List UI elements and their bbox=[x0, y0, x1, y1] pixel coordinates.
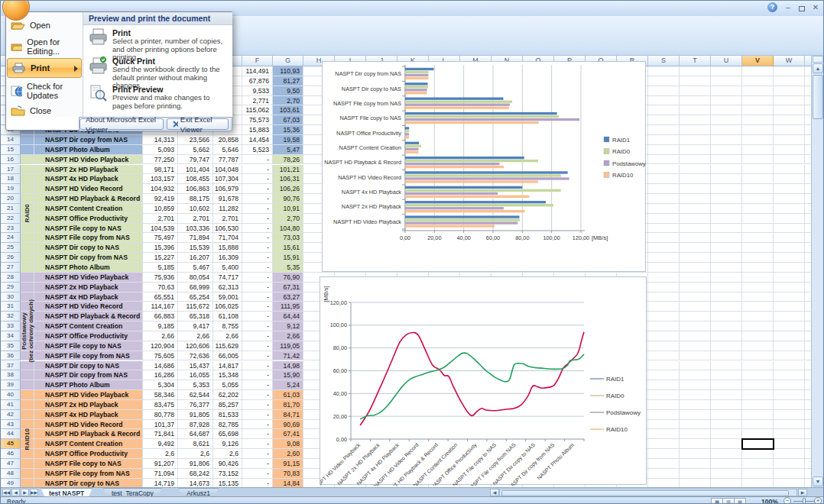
cell[interactable]: 66,005 bbox=[213, 351, 242, 361]
cell[interactable]: 120,904 bbox=[143, 341, 178, 351]
cell[interactable]: NASPT HD Video Playback bbox=[34, 390, 143, 400]
first-sheet-icon[interactable]: ◀◀ bbox=[2, 489, 11, 496]
cell[interactable]: 14,98 bbox=[273, 361, 303, 371]
row-header[interactable]: 33 bbox=[1, 321, 21, 331]
cell[interactable]: 15,61 bbox=[273, 243, 303, 253]
cell[interactable]: 104,932 bbox=[143, 184, 178, 194]
cell[interactable]: 15,90 bbox=[273, 370, 303, 380]
cell[interactable]: 67,31 bbox=[273, 283, 303, 292]
cell[interactable] bbox=[21, 233, 34, 243]
cell[interactable]: 67,03 bbox=[273, 115, 303, 125]
cell[interactable]: 110,93 bbox=[273, 66, 303, 76]
cell[interactable]: 71,42 bbox=[273, 351, 303, 361]
cell[interactable]: 2,701 bbox=[178, 214, 213, 224]
row-header[interactable]: 37 bbox=[1, 361, 21, 371]
cell[interactable] bbox=[21, 479, 34, 487]
cell[interactable] bbox=[21, 165, 34, 175]
page-layout-view-button[interactable]: ▥ bbox=[722, 498, 735, 504]
cell[interactable] bbox=[21, 351, 34, 361]
cell[interactable]: NASPT Photo Album bbox=[34, 380, 143, 390]
row-header[interactable]: 22 bbox=[1, 214, 21, 224]
exit-excel-viewer-button[interactable]: Exit Excel Viewer bbox=[167, 118, 229, 130]
cell[interactable]: 91,15 bbox=[273, 459, 303, 469]
row-header[interactable]: 23 bbox=[1, 224, 21, 234]
cell[interactable]: 115,672 bbox=[178, 302, 213, 312]
cell[interactable]: 78,26 bbox=[273, 155, 303, 165]
cell[interactable]: 67,41 bbox=[273, 429, 303, 439]
cell[interactable]: 19,58 bbox=[273, 135, 303, 145]
close-button[interactable]: ✕ bbox=[811, 2, 820, 12]
cell[interactable]: 106,025 bbox=[213, 302, 242, 312]
cell[interactable]: NASPT Dir copy from NAS bbox=[34, 253, 143, 263]
cell[interactable]: 10,91 bbox=[273, 204, 303, 214]
cell[interactable]: 64,687 bbox=[178, 429, 213, 439]
cell[interactable]: NASPT HD Playback & Record bbox=[34, 429, 143, 439]
cell[interactable] bbox=[21, 331, 34, 341]
cell[interactable]: - bbox=[242, 283, 273, 292]
prev-sheet-icon[interactable]: ◀ bbox=[11, 489, 20, 496]
cell[interactable]: - bbox=[242, 243, 273, 253]
cell[interactable]: 10,602 bbox=[178, 204, 213, 214]
cell[interactable] bbox=[21, 292, 34, 302]
cell[interactable] bbox=[21, 361, 34, 371]
cell[interactable]: - bbox=[242, 469, 273, 479]
cell[interactable]: 9,50 bbox=[273, 86, 303, 96]
cell[interactable]: 67,876 bbox=[242, 76, 273, 86]
row-header[interactable]: 19 bbox=[1, 184, 21, 194]
column-header[interactable]: G bbox=[273, 56, 303, 66]
cell[interactable]: NASPT HD Video Record bbox=[34, 302, 143, 312]
cell[interactable]: 91,806 bbox=[178, 459, 213, 469]
zoom-slider-thumb[interactable] bbox=[803, 498, 806, 504]
cell[interactable]: NASPT Content Creation bbox=[34, 204, 143, 214]
column-header[interactable]: U bbox=[711, 56, 742, 66]
zoom-in-icon[interactable]: + bbox=[814, 497, 822, 504]
cell[interactable]: 5,304 bbox=[143, 380, 178, 390]
column-header[interactable]: W bbox=[774, 56, 805, 66]
cell[interactable]: 15,883 bbox=[242, 125, 273, 135]
row-header[interactable]: 42 bbox=[1, 410, 21, 420]
cell[interactable]: - bbox=[242, 459, 273, 469]
cell[interactable]: 62,544 bbox=[178, 390, 213, 400]
cell[interactable]: 120,606 bbox=[178, 341, 213, 351]
about-excel-viewer-button[interactable]: About Microsoft Excel Viewer bbox=[79, 118, 164, 130]
cell[interactable]: - bbox=[242, 292, 273, 302]
row-header[interactable]: 41 bbox=[1, 400, 21, 410]
cell[interactable]: 2,771 bbox=[242, 96, 273, 106]
cell[interactable]: NASPT Dir copy to NAS bbox=[34, 361, 143, 371]
split-handle[interactable] bbox=[813, 56, 823, 63]
cell[interactable]: NASPT HD Video Record bbox=[34, 184, 143, 194]
cell[interactable]: 58,346 bbox=[143, 390, 178, 400]
cell[interactable]: 103,157 bbox=[143, 174, 178, 184]
cell[interactable]: 108,455 bbox=[178, 174, 213, 184]
row-header[interactable]: 25 bbox=[1, 243, 21, 253]
cell[interactable]: 15,539 bbox=[178, 243, 213, 253]
submenu-item-print-preview[interactable]: Print Preview Preview and make changes t… bbox=[88, 85, 229, 110]
cell[interactable]: 14,84 bbox=[273, 479, 303, 487]
cell[interactable]: 9,417 bbox=[178, 321, 213, 331]
cell[interactable]: - bbox=[242, 194, 273, 204]
row-header[interactable]: 49 bbox=[1, 479, 21, 487]
cell[interactable]: 2,701 bbox=[213, 214, 242, 224]
cell[interactable]: 111,95 bbox=[273, 302, 303, 312]
cell[interactable] bbox=[21, 145, 34, 155]
cell[interactable]: - bbox=[242, 214, 273, 224]
cell[interactable]: 9,08 bbox=[273, 439, 303, 449]
cell[interactable]: 104,539 bbox=[143, 224, 178, 234]
scroll-down-icon[interactable]: ▼ bbox=[813, 477, 823, 486]
cell[interactable]: 5,353 bbox=[178, 380, 213, 390]
cell[interactable]: 15,396 bbox=[143, 243, 178, 253]
cell[interactable]: 16,207 bbox=[178, 253, 213, 263]
cell[interactable]: - bbox=[242, 155, 273, 165]
cell[interactable]: 14,454 bbox=[242, 135, 273, 145]
row-header[interactable]: 26 bbox=[1, 253, 21, 263]
cell[interactable]: 103,336 bbox=[178, 224, 213, 234]
cell[interactable]: - bbox=[242, 449, 273, 459]
cell[interactable]: 71,094 bbox=[143, 469, 178, 479]
cell[interactable] bbox=[21, 302, 34, 312]
cell[interactable]: 2,60 bbox=[273, 449, 303, 459]
cell[interactable]: 2,701 bbox=[143, 214, 178, 224]
cell[interactable]: 14,673 bbox=[178, 479, 213, 487]
row-header[interactable]: 38 bbox=[1, 370, 21, 380]
column-header[interactable]: S bbox=[648, 56, 680, 66]
cell[interactable]: 9,185 bbox=[143, 321, 178, 331]
